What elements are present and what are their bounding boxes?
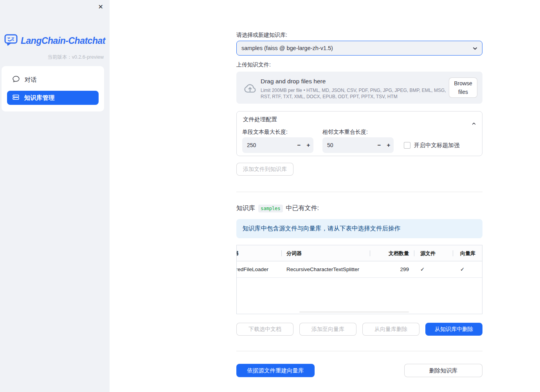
cell-splitter: RecursiveCharacterTextSplitter xyxy=(282,261,370,277)
kb-action-buttons: 依据源文件重建向量库 删除知识库 xyxy=(236,364,482,377)
cell-loader: UnstructuredFileLoader xyxy=(236,261,282,277)
chunk-size-input[interactable]: 250 − + xyxy=(242,137,313,153)
increment-button[interactable]: + xyxy=(385,137,392,153)
divider xyxy=(236,192,482,192)
col-header-splitter[interactable]: 分词器 xyxy=(282,245,370,261)
info-alert: 知识库中包含源文件与向量库，请从下表中选择文件后操作 xyxy=(236,219,482,238)
sidebar: ✕ LangChain-Chatchat 当前版本：v0.2.6-preview… xyxy=(0,0,110,392)
kb-stack-icon xyxy=(13,94,19,102)
file-dropzone[interactable]: Drag and drop files here Limit 200MB per… xyxy=(236,72,482,104)
kb-files-table: 文档加载器 分词器 文档数量 源文件 向量库 UnstructuredFileL… xyxy=(236,245,482,314)
col-header-doc-count[interactable]: 文档数量 xyxy=(370,245,414,261)
info-alert-text: 知识库中包含源文件与向量库，请从下表中选择文件后操作 xyxy=(243,225,400,233)
divider xyxy=(236,351,482,351)
decrement-button[interactable]: − xyxy=(376,137,383,153)
expander-title: 文件处理配置 xyxy=(243,116,277,122)
expander-header[interactable]: 文件处理配置 xyxy=(237,111,482,127)
overlap-size-input[interactable]: 50 − + xyxy=(322,137,394,153)
kb-files-suffix: 中已有文件: xyxy=(286,204,319,212)
decrement-button[interactable]: − xyxy=(295,137,302,153)
kb-files-prefix: 知识库 xyxy=(236,204,255,212)
zh-title-checkbox-row: 开启中文标题加强 xyxy=(404,137,459,153)
delete-kb-button[interactable]: 删除知识库 xyxy=(404,364,482,377)
horizontal-scrollbar[interactable] xyxy=(299,311,409,313)
sidebar-item-kb-management[interactable]: 知识库管理 xyxy=(7,91,99,105)
rebuild-vector-store-button[interactable]: 依据源文件重建向量库 xyxy=(236,364,315,377)
chatchat-logo-icon xyxy=(4,34,18,48)
table-scroll-area: 文档加载器 分词器 文档数量 源文件 向量库 UnstructuredFileL… xyxy=(236,245,482,278)
chevron-down-icon xyxy=(472,45,478,53)
cloud-upload-icon xyxy=(243,82,257,95)
delete-from-kb-button[interactable]: 从知识库中删除 xyxy=(425,323,482,336)
sidebar-item-label: 对话 xyxy=(25,76,37,84)
browse-files-button[interactable]: Browse files xyxy=(449,77,477,98)
sidebar-item-label: 知识库管理 xyxy=(24,94,55,102)
file-action-buttons: 下载选中文档 添加至向量库 从向量库删除 从知识库中删除 xyxy=(236,323,482,336)
add-to-vector-store-button: 添加至向量库 xyxy=(299,323,356,336)
version-text: 当前版本：v0.2.6-preview xyxy=(47,54,104,61)
table-header-row: 文档加载器 分词器 文档数量 源文件 向量库 xyxy=(236,245,482,261)
brand-title: LangChain-Chatchat xyxy=(21,36,105,46)
dropzone-limits: Limit 200MB per file • HTML, MD, JSON, C… xyxy=(261,87,448,100)
table-row[interactable]: UnstructuredFileLoader RecursiveCharacte… xyxy=(236,261,482,278)
upload-label: 上传知识文件: xyxy=(236,61,271,68)
increment-button[interactable]: + xyxy=(305,137,312,153)
zh-title-checkbox[interactable] xyxy=(404,142,410,149)
col-header-loader[interactable]: 文档加载器 xyxy=(236,245,282,261)
cell-doc-count: 299 xyxy=(370,261,414,277)
download-selected-button: 下载选中文档 xyxy=(236,323,293,336)
delete-from-vector-store-button: 从向量库删除 xyxy=(362,323,419,336)
close-icon[interactable]: ✕ xyxy=(97,2,105,12)
sidebar-menu: 对话 知识库管理 xyxy=(2,66,104,111)
add-files-to-kb-button: 添加文件到知识库 xyxy=(236,163,293,176)
zh-title-checkbox-label[interactable]: 开启中文标题加强 xyxy=(414,142,459,149)
chevron-up-icon xyxy=(471,117,477,132)
cell-vector-store-check: ✓ xyxy=(453,261,482,277)
kb-name-code: samples xyxy=(258,205,283,212)
col-header-source-file[interactable]: 源文件 xyxy=(414,245,453,261)
chat-icon xyxy=(13,76,20,84)
kb-files-heading: 知识库 samples 中已有文件: xyxy=(236,204,319,212)
file-config-expander: 文件处理配置 单段文本最大长度: 相邻文本重合长度: 250 − + 50 − … xyxy=(236,111,482,156)
cell-source-file-check: ✓ xyxy=(414,261,453,277)
chunk-size-label: 单段文本最大长度: xyxy=(242,129,288,136)
col-header-vector-store[interactable]: 向量库 xyxy=(453,245,482,261)
main-content: 请选择或新建知识库: samples (faiss @ bge-large-zh… xyxy=(236,0,482,392)
sidebar-item-chat[interactable]: 对话 xyxy=(7,73,99,87)
kb-select-label: 请选择或新建知识库: xyxy=(236,32,287,39)
dropzone-title: Drag and drop files here xyxy=(261,78,326,85)
kb-selectbox[interactable]: samples (faiss @ bge-large-zh-v1.5) xyxy=(236,41,482,56)
kb-selectbox-value: samples (faiss @ bge-large-zh-v1.5) xyxy=(241,45,333,51)
chunk-size-value: 250 xyxy=(247,137,256,153)
overlap-size-value: 50 xyxy=(327,137,333,153)
overlap-size-label: 相邻文本重合长度: xyxy=(322,129,368,136)
brand-logo: LangChain-Chatchat xyxy=(4,34,105,48)
